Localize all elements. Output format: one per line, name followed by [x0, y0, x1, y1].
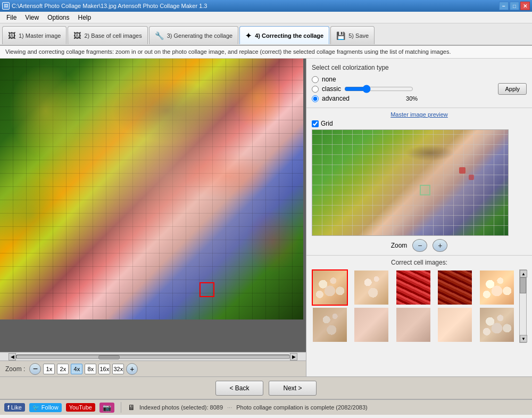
cells-scroll-up-btn[interactable]: ▲ — [520, 270, 527, 277]
tab-base[interactable]: 🖼 2) Base of cell images — [68, 26, 147, 44]
zoom-8x[interactable]: 8x — [85, 364, 96, 374]
preview-spot-1 — [459, 167, 466, 174]
status-bar: f Like 🐦 Follow YouTube 📷 🖥 Indexed phot… — [0, 399, 532, 415]
mosaic-color-overlay — [0, 59, 303, 319]
cell-thumb-3[interactable] — [395, 269, 431, 306]
h-scrollbar-track[interactable] — [16, 355, 290, 359]
grid-label: Grid — [321, 120, 333, 127]
colorization-title: Select cell colorization type — [312, 64, 527, 71]
cell-image-10 — [480, 308, 514, 342]
instagram-btn[interactable]: 📷 — [99, 403, 114, 413]
menu-options[interactable]: Options — [43, 13, 73, 22]
preview-face-gradient — [312, 130, 508, 235]
cell-thumb-9[interactable] — [437, 307, 473, 343]
tab-save[interactable]: 💾 5) Save — [330, 26, 375, 44]
cell-thumb-2[interactable] — [353, 269, 389, 306]
maximize-button[interactable]: □ — [510, 2, 519, 10]
minimize-button[interactable]: − — [499, 2, 509, 10]
facebook-like-btn[interactable]: f Like — [4, 403, 25, 412]
preview-zoom-in-btn[interactable]: + — [433, 239, 447, 252]
zoom-1x[interactable]: 1x — [43, 364, 55, 374]
cell-image-3 — [396, 271, 430, 305]
zoom-in-btn[interactable]: + — [126, 363, 138, 375]
app-icon: 🖼 — [2, 2, 10, 10]
tab-correct[interactable]: ✦ 4) Correcting the collage — [239, 26, 329, 44]
classic-slider-container: Apply — [344, 83, 527, 95]
tab-master-label: 1) Master image — [19, 32, 61, 39]
cells-scrollbar: ▲ ▼ — [519, 269, 527, 343]
status-separator: ·∙· — [227, 404, 232, 411]
zoom-out-btn[interactable]: − — [29, 363, 41, 375]
cells-scroll-thumb[interactable] — [520, 277, 526, 293]
tab-save-label: 5) Save — [348, 32, 369, 39]
cell-image-7 — [354, 308, 388, 342]
cell-thumb-5[interactable] — [479, 269, 515, 306]
tab-master-icon: 🖼 — [8, 31, 15, 40]
preview-image-container[interactable] — [312, 129, 509, 236]
like-label: Like — [11, 404, 22, 411]
back-button[interactable]: < Back — [215, 381, 263, 396]
cells-scroll-track[interactable] — [520, 277, 526, 335]
zoom-2x[interactable]: 2x — [57, 364, 69, 374]
title-bar-text: C:\Artensoft Photo Collage Maker\13.jpg … — [12, 3, 207, 9]
preview-title[interactable]: Master image preview — [312, 111, 527, 118]
cell-thumb-4[interactable] — [437, 269, 473, 306]
follow-label: Follow — [41, 404, 59, 411]
title-bar-left: 🖼 C:\Artensoft Photo Collage Maker\13.jp… — [2, 2, 207, 10]
colorization-section: Select cell colorization type none class… — [306, 59, 532, 108]
h-scrollbar-thumb[interactable] — [98, 355, 120, 359]
info-text: Viewing and correcting collage fragments… — [5, 48, 451, 55]
scroll-right-btn[interactable]: ▶ — [290, 353, 297, 360]
next-button[interactable]: Next > — [269, 381, 317, 396]
facebook-icon: f — [7, 404, 10, 411]
preview-face — [312, 130, 508, 235]
preview-zoom-out-btn[interactable]: − — [412, 239, 427, 252]
cell-thumb-10[interactable] — [479, 307, 515, 343]
radio-none-row: none — [312, 76, 527, 83]
cell-thumb-7[interactable] — [353, 307, 389, 343]
tab-correct-icon: ✦ — [245, 31, 252, 40]
monitor-icon: 🖥 — [128, 403, 135, 412]
preview-zoom-label: Zoom — [391, 242, 408, 249]
cell-image-4 — [438, 271, 472, 305]
collage-viewport[interactable] — [0, 59, 306, 352]
collage-panel: ◀ ▶ Zoom : − 1x 2x 4x 8x 16x 32x + — [0, 59, 306, 376]
twitter-follow-btn[interactable]: 🐦 Follow — [29, 403, 62, 412]
h-scrollbar[interactable]: ◀ ▶ — [0, 352, 306, 360]
cells-grid — [312, 269, 519, 343]
slider-value: 30% — [406, 95, 418, 102]
tab-generate[interactable]: 🔧 3) Generating the collage — [149, 26, 239, 44]
selection-box[interactable] — [200, 282, 214, 297]
cells-grid-wrapper: ▲ ▼ — [312, 269, 527, 343]
radio-none[interactable] — [312, 76, 319, 83]
youtube-btn[interactable]: YouTube — [66, 403, 95, 412]
radio-advanced[interactable] — [312, 95, 319, 102]
zoom-16x[interactable]: 16x — [98, 364, 110, 374]
tab-save-icon: 💾 — [336, 31, 345, 40]
cell-thumb-1[interactable] — [312, 269, 348, 306]
preview-spot-2 — [469, 175, 474, 180]
menu-help[interactable]: Help — [74, 13, 96, 22]
cell-thumb-6[interactable] — [312, 307, 348, 343]
menu-view[interactable]: View — [21, 13, 43, 22]
zoom-32x[interactable]: 32x — [112, 364, 124, 374]
cells-scroll-down-btn[interactable]: ▼ — [520, 335, 527, 342]
collage-image[interactable] — [0, 59, 306, 352]
zoom-4x[interactable]: 4x — [71, 364, 82, 374]
apply-button[interactable]: Apply — [498, 83, 527, 95]
close-button[interactable]: ✕ — [520, 2, 530, 10]
radio-classic[interactable] — [312, 86, 319, 93]
preview-zoom-row: Zoom − + — [312, 239, 527, 252]
cells-section: Correct cell images: — [306, 256, 532, 376]
zoom-label: Zoom : — [5, 365, 25, 373]
twitter-icon: 🐦 — [32, 404, 40, 411]
cell-thumb-8[interactable] — [395, 307, 431, 343]
tab-master[interactable]: 🖼 1) Master image — [2, 26, 66, 44]
menu-file[interactable]: File — [2, 13, 21, 22]
cell-image-2 — [354, 271, 388, 305]
classic-slider[interactable] — [344, 85, 413, 93]
grid-checkbox[interactable] — [312, 120, 319, 127]
scroll-left-btn[interactable]: ◀ — [9, 353, 16, 360]
status-divider-1 — [121, 402, 121, 413]
menu-bar: File View Options Help — [0, 12, 532, 23]
